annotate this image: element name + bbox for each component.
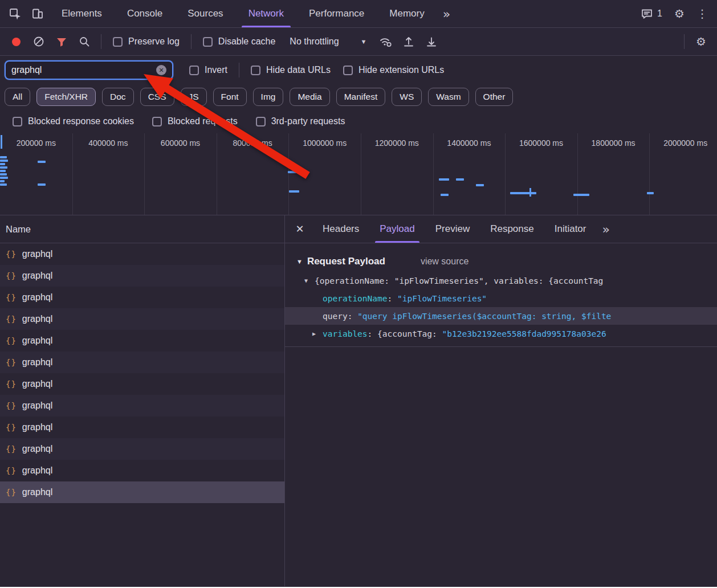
tab-console[interactable]: Console [115,0,175,27]
waterfall-bar[interactable] [38,183,46,186]
waterfall-bar[interactable] [38,161,46,163]
search-button[interactable] [73,30,96,53]
filter-chip-manifest[interactable]: Manifest [336,88,386,106]
filter-toggle-button[interactable] [50,30,73,53]
payload-line[interactable]: query: "query ipFlowTimeseries($accountT… [285,307,717,325]
third-party-checkbox[interactable] [256,117,266,126]
waterfall-bar[interactable] [0,183,7,186]
filter-chip-js[interactable]: JS [181,88,207,106]
waterfall-bar[interactable] [573,194,589,196]
hide-extension-urls-checkbox[interactable] [343,66,353,75]
filter-input[interactable]: graphql ✕ [5,60,173,80]
expander-icon[interactable]: ▶ [312,330,323,337]
payload-text: variables [323,329,368,338]
request-row[interactable]: {}graphql [0,243,284,265]
filter-chip-other[interactable]: Other [475,88,514,106]
waterfall-bar[interactable] [0,180,5,182]
record-button[interactable] [5,30,27,53]
filter-chip-font[interactable]: Font [213,88,247,106]
blocked-requests-checkbox[interactable] [152,117,162,126]
waterfall-bar[interactable] [0,170,6,172]
request-name: graphql [22,292,52,303]
request-name: graphql [22,271,52,281]
waterfall-bar[interactable] [439,178,449,181]
import-har-button[interactable] [397,30,420,53]
inspect-element-button[interactable] [3,2,26,25]
request-row[interactable]: {}graphql [0,438,284,460]
filter-chip-wasm[interactable]: Wasm [428,88,469,106]
clear-button[interactable] [27,30,50,53]
filter-chip-img[interactable]: Img [253,88,284,106]
network-settings-gear-icon[interactable]: ⚙ [690,30,712,53]
request-row[interactable]: {}graphql [0,287,284,308]
detail-tab-headers[interactable]: Headers [312,215,369,243]
close-details-icon[interactable]: ✕ [287,223,312,235]
request-row[interactable]: {}graphql [0,352,284,373]
export-har-button[interactable] [420,30,443,53]
tab-elements[interactable]: Elements [49,0,115,27]
request-row[interactable]: {}graphql [0,265,284,287]
request-details-panel: ✕ HeadersPayloadPreviewResponseInitiator… [285,215,717,586]
request-payload-title: Request Payload [307,256,385,267]
more-detail-tabs-icon[interactable]: » [596,222,615,236]
throttling-dropdown[interactable]: No throttling ▼ [290,36,366,47]
waterfall-bar[interactable] [441,194,449,196]
waterfall-bar[interactable] [0,156,7,158]
network-conditions-button[interactable] [374,30,397,53]
detail-tab-preview[interactable]: Preview [425,215,480,243]
waterfall-bar[interactable] [0,166,7,169]
waterfall-bar[interactable] [0,173,7,175]
invert-checkbox[interactable] [189,66,199,75]
request-row[interactable]: {}graphql [0,373,284,395]
hide-data-urls-checkbox[interactable] [251,66,260,75]
tab-memory[interactable]: Memory [377,0,437,27]
waterfall-bar[interactable] [288,171,297,173]
name-column-header[interactable]: Name [0,215,284,243]
feedback-button[interactable]: 1 [635,7,668,20]
kebab-menu-icon[interactable]: ⋮ [691,2,714,25]
filter-chip-all[interactable]: All [5,88,30,106]
waterfall-bar[interactable] [289,190,299,193]
disable-cache-checkbox[interactable] [203,37,213,47]
settings-gear-icon[interactable]: ⚙ [668,2,691,25]
waterfall-bar[interactable] [0,177,8,179]
collapse-triangle-icon[interactable]: ▼ [296,258,303,265]
detail-tab-response[interactable]: Response [480,215,544,243]
request-row[interactable]: {}graphql [0,460,284,481]
waterfall-bar[interactable] [476,184,484,186]
request-row[interactable]: {}graphql [0,330,284,352]
waterfall-bar[interactable] [647,192,654,194]
request-row[interactable]: {}graphql [0,481,284,503]
detail-tab-payload[interactable]: Payload [369,215,425,243]
request-row[interactable]: {}graphql [0,416,284,438]
filter-chip-css[interactable]: CSS [140,88,174,106]
request-name: graphql [22,466,52,476]
filter-chip-fetch-xhr[interactable]: Fetch/XHR [36,88,96,106]
payload-line[interactable]: operationName: "ipFlowTimeseries" [285,289,717,307]
request-type-filters: AllFetch/XHRDocCSSJSFontImgMediaManifest… [0,84,717,109]
device-toolbar-button[interactable] [26,2,49,25]
waterfall-bar[interactable] [0,163,5,165]
request-row[interactable]: {}graphql [0,395,284,416]
waterfall-bar[interactable] [510,192,536,194]
clear-filter-icon[interactable]: ✕ [156,65,166,75]
filter-value: graphql [11,65,42,75]
view-source-link[interactable]: view source [421,256,469,267]
tab-sources[interactable]: Sources [175,0,235,27]
more-tabs-icon[interactable]: » [437,7,456,21]
payload-line[interactable]: ▼{operationName: "ipFlowTimeseries", var… [285,272,717,289]
blocked-cookies-checkbox[interactable] [13,117,22,126]
preserve-log-checkbox[interactable] [113,37,123,47]
waterfall-bar[interactable] [0,160,8,162]
detail-tab-initiator[interactable]: Initiator [544,215,597,243]
filter-chip-ws[interactable]: WS [392,88,422,106]
expander-icon[interactable]: ▼ [304,277,315,284]
tab-network[interactable]: Network [236,0,296,27]
request-row[interactable]: {}graphql [0,308,284,330]
filter-chip-media[interactable]: Media [290,88,329,106]
payload-line[interactable]: ▶variables: {accountTag: "b12e3b2192ee55… [285,325,717,342]
network-overview-timeline[interactable]: 200000 ms400000 ms600000 ms800000 ms1000… [0,133,717,215]
tab-performance[interactable]: Performance [296,0,377,27]
filter-chip-doc[interactable]: Doc [102,88,134,106]
waterfall-bar[interactable] [456,178,464,181]
